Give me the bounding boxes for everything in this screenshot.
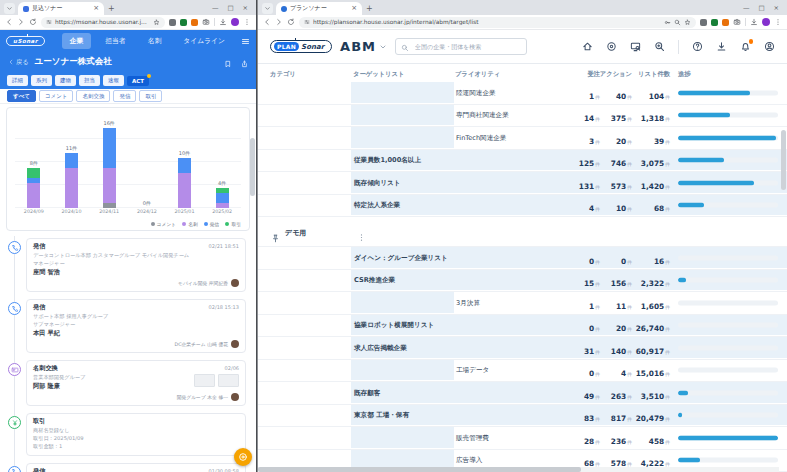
share-icon[interactable]	[240, 53, 248, 72]
priority-name[interactable]: 3月決算	[456, 298, 480, 307]
tab-close-icon[interactable]: ×	[93, 5, 99, 12]
profile-avatar[interactable]	[231, 18, 239, 26]
target-list-name[interactable]: 従業員数1,000名以上	[354, 156, 421, 165]
target-list-name[interactable]: ダイヘン：グループ企業リスト	[354, 253, 448, 262]
detail-tab-4[interactable]: 速報	[103, 75, 124, 86]
table-row-0[interactable]: 陸運関連企業1件40件104件	[258, 82, 787, 105]
reload-button[interactable]	[287, 18, 295, 26]
section-row-demo[interactable]: デモ用	[258, 217, 787, 247]
table-row-7[interactable]: ダイヘン：グループ企業リスト0件0件16件	[258, 247, 787, 270]
notification-bell-icon[interactable]	[740, 41, 751, 52]
back-link[interactable]: 戻る	[8, 58, 29, 67]
feed-item-3[interactable]: 取引商材名登録なし取引日：2025/01/09取引金額：1	[26, 413, 246, 455]
detail-tab-2[interactable]: 建物	[55, 75, 76, 86]
priority-name[interactable]: FinTech関連企業	[456, 133, 506, 142]
bookmark-star-icon[interactable]	[684, 19, 691, 26]
priority-name[interactable]: 販売管理費	[456, 433, 489, 442]
site-settings-icon[interactable]	[46, 19, 52, 25]
extension-icon[interactable]	[700, 19, 707, 26]
site-settings-icon[interactable]	[304, 19, 310, 25]
new-tab-button[interactable]: +	[108, 4, 115, 13]
filter-chip-1[interactable]: コメント	[39, 90, 74, 102]
extension-icon[interactable]	[191, 19, 198, 26]
hamburger-menu-icon[interactable]	[241, 37, 250, 46]
table-row-4[interactable]: 既存傾向リスト131件573件1,420件	[258, 172, 787, 195]
priority-name[interactable]: 専門商社関連企業	[456, 111, 509, 120]
table-row-15[interactable]: 販売管理費28件236件458件	[258, 427, 787, 450]
browser-menu-icon[interactable]	[774, 18, 782, 26]
scrollbar-thumb[interactable]	[250, 138, 255, 196]
target-list-name[interactable]: 協業ロボット横展開リスト	[354, 321, 434, 330]
new-tab-button[interactable]: +	[366, 4, 373, 13]
table-row-3[interactable]: 従業員数1,000名以上125件746件3,075件	[258, 150, 787, 173]
favorite-icon[interactable]	[224, 53, 232, 72]
table-row-14[interactable]: 東京都 工場・保有83件817件20,479件	[258, 405, 787, 428]
table-row-11[interactable]: 求人広告掲載企業31件140件60,917件	[258, 337, 787, 360]
sonar-icon[interactable]	[606, 41, 617, 52]
nav-tab-1[interactable]: 担当者	[97, 33, 133, 49]
chart-bar-5[interactable]: 4件	[203, 116, 241, 208]
chart-bar-1[interactable]: 11件	[53, 116, 91, 208]
screenshot-extension-icon[interactable]	[202, 18, 210, 26]
filter-chip-0[interactable]: すべて	[7, 90, 36, 102]
tab-search-button[interactable]	[262, 3, 273, 14]
target-list-name[interactable]: 求人広告掲載企業	[354, 343, 407, 352]
tab-search-button[interactable]	[4, 3, 15, 14]
target-list-name[interactable]: 東京都 工場・保有	[354, 411, 409, 420]
monitor-search-icon[interactable]	[630, 41, 641, 52]
table-row-2[interactable]: FinTech関連企業3件20件39件	[258, 127, 787, 150]
filter-chip-3[interactable]: 発信	[113, 90, 136, 102]
passkey-icon[interactable]	[664, 19, 671, 26]
feed-item-2[interactable]: 名刺交換02/06営業本部開発グループ阿部 隆康開発グループ 木全 修一	[26, 360, 246, 406]
nav-tab-3[interactable]: タイムライン	[175, 33, 233, 49]
table-row-1[interactable]: 専門商社関連企業14件375件1,318件	[258, 105, 787, 128]
feed-item-1[interactable]: 発信02/18 15:13サポート本部 採用人事グループサブマネージャー本田 早…	[26, 299, 246, 353]
chart-bar-2[interactable]: 16件	[90, 116, 128, 208]
table-row-5[interactable]: 特定法人系企業4件10件68件	[258, 195, 787, 218]
table-row-12[interactable]: 工場データ0件4件15,016件	[258, 360, 787, 383]
target-list-name[interactable]: 特定法人系企業	[354, 201, 400, 210]
priority-name[interactable]: 工場データ	[456, 366, 489, 375]
chart-bar-0[interactable]: 8件	[15, 116, 53, 208]
nav-tab-2[interactable]: 名刺	[140, 33, 170, 49]
zoom-page-icon[interactable]	[674, 19, 681, 26]
downloads-icon[interactable]	[750, 18, 758, 26]
chart-bar-4[interactable]: 10件	[166, 116, 204, 208]
extension-icon[interactable]	[169, 19, 176, 26]
priority-name[interactable]: 広告導入	[456, 456, 482, 465]
maximize-button[interactable]: □	[227, 4, 233, 12]
detail-tab-5[interactable]: ACT	[127, 76, 149, 86]
address-bar[interactable]: https://plansonar.house.usonar.jp/intern…	[299, 17, 696, 28]
chart-bar-3[interactable]: 0件	[128, 116, 166, 208]
priority-name[interactable]: 陸運関連企業	[456, 88, 496, 97]
browser-tab[interactable]: 見込ソナー ×	[18, 2, 104, 15]
horizontal-scrollbar[interactable]	[258, 467, 779, 472]
reload-button[interactable]	[29, 18, 37, 26]
bookmark-star-icon[interactable]	[153, 19, 160, 26]
screenshot-extension-icon[interactable]	[733, 18, 741, 26]
close-window-button[interactable]: ×	[243, 4, 248, 12]
table-row-8[interactable]: CSR推進企業15件156件2,322件	[258, 270, 787, 293]
table-row-13[interactable]: 既存顧客49件263件3,510件	[258, 382, 787, 405]
home-icon[interactable]	[582, 41, 593, 52]
nav-tab-0[interactable]: 企業	[62, 33, 92, 49]
back-button[interactable]	[263, 18, 271, 26]
target-list-name[interactable]: CSR推進企業	[354, 276, 395, 285]
browser-menu-icon[interactable]	[243, 18, 251, 26]
minimize-button[interactable]: —	[212, 4, 219, 12]
zoom-search-icon[interactable]	[654, 41, 665, 52]
forward-button[interactable]	[275, 18, 283, 26]
assistant-fab-button[interactable]	[234, 448, 252, 466]
target-list-name[interactable]: 既存傾向リスト	[354, 178, 401, 187]
account-icon[interactable]	[764, 41, 775, 52]
feed-item-4[interactable]: 発信01/30 08:58営業本部 CDIグループマネージャー高津 智也顧客支援…	[26, 463, 246, 472]
detail-tab-1[interactable]: 系列	[31, 75, 52, 86]
download-icon[interactable]	[716, 41, 727, 52]
feed-item-0[interactable]: 発信02/21 18:51データコントロール本部 カスタマーグループ モバイル開…	[26, 238, 246, 292]
maximize-button[interactable]: □	[758, 4, 764, 12]
back-button[interactable]	[5, 18, 13, 26]
browser-tab[interactable]: プランソナー ×	[276, 2, 362, 15]
extension-icon[interactable]	[180, 19, 187, 26]
table-row-9[interactable]: 3月決算1件11件1,605件	[258, 292, 787, 315]
target-list-name[interactable]: 既存顧客	[354, 388, 380, 397]
